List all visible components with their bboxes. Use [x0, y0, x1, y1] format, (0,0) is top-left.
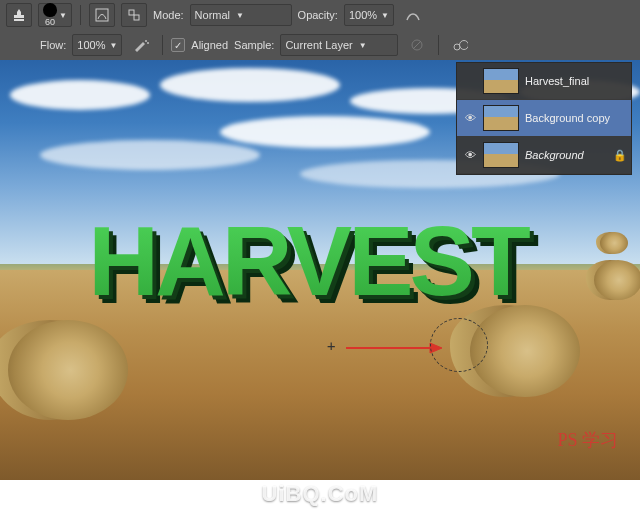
- harvest-text-face: HARVEST: [10, 205, 605, 318]
- chevron-down-icon: ▼: [359, 41, 367, 50]
- svg-point-4: [145, 40, 147, 42]
- chevron-down-icon: ▼: [109, 41, 117, 50]
- options-bar-row2: Flow: 100%▼ ✓ Aligned Sample: Current La…: [0, 30, 640, 60]
- stamp-watermark: PS 学习: [557, 428, 618, 452]
- svg-rect-3: [134, 15, 139, 20]
- svg-point-9: [460, 41, 469, 50]
- chevron-down-icon: ▼: [59, 11, 67, 20]
- pressure-for-opacity-icon[interactable]: [400, 3, 426, 27]
- svg-rect-2: [129, 10, 134, 15]
- blend-mode-value: Normal: [195, 9, 230, 21]
- layer-thumbnail[interactable]: [483, 142, 519, 168]
- layer-name[interactable]: Background copy: [525, 112, 625, 124]
- airbrush-icon[interactable]: [128, 33, 154, 57]
- aligned-label: Aligned: [191, 39, 228, 51]
- opacity-value: 100%: [349, 9, 377, 21]
- brush-preset-picker[interactable]: 60 ▼: [38, 3, 72, 27]
- ignore-adjustment-icon[interactable]: [404, 33, 430, 57]
- chevron-down-icon: ▼: [381, 11, 389, 20]
- flow-value: 100%: [77, 39, 105, 51]
- svg-rect-0: [14, 19, 24, 21]
- visibility-eye-icon[interactable]: 👁: [463, 111, 477, 125]
- visibility-eye-icon[interactable]: 👁: [463, 148, 477, 162]
- annotation-arrow: [344, 340, 444, 356]
- brush-size-value: 60: [45, 17, 55, 27]
- svg-point-5: [147, 42, 149, 44]
- mode-label: Mode:: [153, 9, 184, 21]
- layer-name[interactable]: Background: [525, 149, 607, 161]
- flow-label: Flow:: [40, 39, 66, 51]
- pressure-for-size-icon[interactable]: [447, 33, 473, 57]
- sample-value: Current Layer: [285, 39, 352, 51]
- lock-icon: 🔒: [613, 149, 625, 162]
- options-bar-row1: 60 ▼ Mode: Normal▼ Opacity: 100%▼: [0, 0, 640, 30]
- page-watermark: UiBQ.CoM: [262, 481, 379, 507]
- aligned-checkbox[interactable]: ✓: [171, 38, 185, 52]
- layer-thumbnail[interactable]: [483, 68, 519, 94]
- flow-input[interactable]: 100%▼: [72, 34, 122, 56]
- toggle-clone-source-icon[interactable]: [121, 3, 147, 27]
- svg-line-7: [413, 41, 421, 49]
- layer-row-background-copy[interactable]: 👁 Background copy: [457, 100, 631, 137]
- blend-mode-select[interactable]: Normal▼: [190, 4, 292, 26]
- stamp-tool-icon[interactable]: [6, 3, 32, 27]
- layer-row-background[interactable]: 👁 Background 🔒: [457, 137, 631, 174]
- brush-cursor-ring: [430, 318, 488, 372]
- layer-thumbnail[interactable]: [483, 105, 519, 131]
- opacity-input[interactable]: 100%▼: [344, 4, 394, 26]
- clone-source-crosshair: +: [327, 338, 335, 354]
- layer-name[interactable]: Harvest_final: [525, 75, 625, 87]
- sample-label: Sample:: [234, 39, 274, 51]
- layers-panel: 👁 Harvest_final 👁 Background copy 👁 Back…: [456, 62, 632, 175]
- chevron-down-icon: ▼: [236, 11, 244, 20]
- layer-row-harvest-final[interactable]: 👁 Harvest_final: [457, 63, 631, 100]
- sample-select[interactable]: Current Layer▼: [280, 34, 398, 56]
- opacity-label: Opacity:: [298, 9, 338, 21]
- toggle-brush-panel-icon[interactable]: [89, 3, 115, 27]
